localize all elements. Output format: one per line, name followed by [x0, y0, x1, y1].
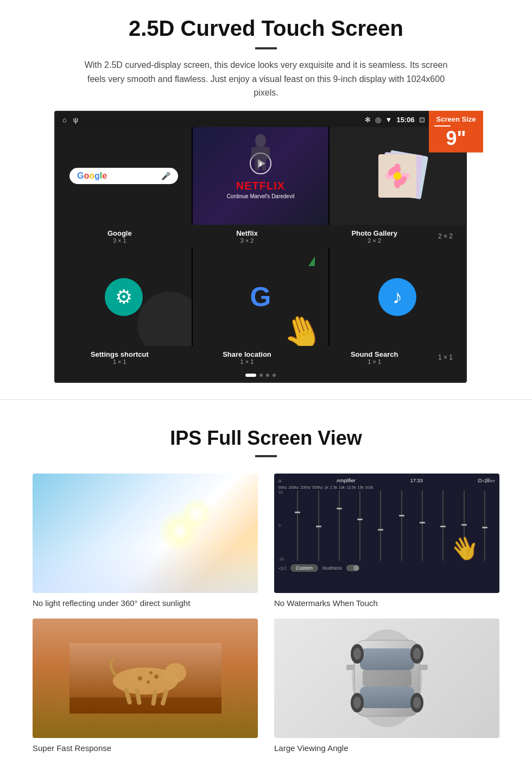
svg-point-17 — [164, 663, 186, 683]
freq-label-2k5: 2.5k — [330, 485, 337, 489]
sunlight-caption: No light reflecting under 360° direct su… — [33, 598, 258, 608]
feature-cheetah: Super Fast Response — [33, 619, 258, 753]
svg-rect-28 — [360, 648, 414, 670]
svg-point-0 — [255, 134, 266, 147]
eq-slider-1[interactable] — [297, 490, 298, 561]
eq-slider-4[interactable] — [359, 490, 360, 561]
music-note-icon: ♪ — [392, 286, 402, 308]
device-mockup: Screen Size 9" ⌂ ψ ✻ ◎ ▼ 15:06 ⊡ ◁) ☒ — [54, 111, 478, 383]
svg-point-23 — [147, 680, 150, 684]
gallery-app-size: 2 × 2 — [316, 237, 433, 244]
flower-icon — [384, 162, 411, 190]
amp-title: Amplifier — [337, 478, 356, 483]
car-top-svg — [344, 624, 430, 733]
freq-label-sub: SUB — [365, 485, 373, 489]
svg-point-39 — [353, 697, 361, 709]
freq-label-12k5: 12.5k — [346, 485, 356, 489]
custom-button[interactable]: Custom — [290, 564, 318, 572]
main-title: 2.5D Curved Touch Screen — [33, 16, 499, 41]
pagination-dots — [56, 369, 465, 381]
eq-val-10: 10 — [278, 490, 284, 494]
amp-home-icon: ⌂ — [278, 478, 281, 483]
eq-slider-5[interactable] — [380, 490, 381, 561]
settings-app-cell[interactable]: ⚙ — [56, 248, 192, 346]
description: With 2.5D curved-display screen, this de… — [76, 58, 456, 100]
eq-slider-8[interactable] — [442, 490, 444, 561]
amp-header: ⌂ Amplifier 17:33 ⊡◁☒▭ — [278, 478, 495, 483]
features-grid: No light reflecting under 360° direct su… — [33, 474, 499, 753]
screen-badge-size: 9" — [434, 129, 478, 148]
sunlight-image — [33, 474, 258, 593]
share-location-app-size: 1 × 1 — [189, 358, 306, 365]
freq-label-200: 200hz — [300, 485, 311, 489]
settings-label: Settings shortcut 1 × 1 — [56, 350, 183, 365]
settings-bg-circle — [137, 292, 192, 346]
device-screen: ⌂ ψ ✻ ◎ ▼ 15:06 ⊡ ◁) ☒ ▭ — [54, 111, 467, 383]
svg-rect-29 — [360, 686, 414, 708]
amplifier-caption: No Watermarks When Touch — [274, 598, 499, 608]
google-app-size: 3 × 1 — [61, 237, 178, 244]
eq-thumb-6 — [399, 515, 404, 516]
netflix-app-size: 3 × 2 — [189, 237, 306, 244]
feature-sunlight: No light reflecting under 360° direct su… — [33, 474, 258, 608]
eq-val-n10: -10 — [278, 557, 284, 561]
eq-side-labels: 10 0 -10 — [278, 490, 284, 561]
svg-rect-5 — [262, 161, 266, 171]
eq-slider-6[interactable] — [401, 490, 402, 561]
google-label: Google 3 × 1 — [56, 229, 183, 244]
daredevil-silhouette — [247, 133, 274, 171]
eq-sliders: 10 0 -10 — [278, 490, 495, 561]
eq-slider-2[interactable] — [318, 490, 319, 561]
netflix-label: Netflix 3 × 2 — [183, 229, 311, 244]
settings-icon-bg: ⚙ — [105, 278, 143, 316]
google-search-bar[interactable]: Google 🎤 — [69, 168, 178, 184]
loudness-toggle[interactable] — [346, 565, 359, 571]
eq-freq-labels: 60hz 100hz 200hz 500hz 1k 2.5k 10k 12.5k… — [278, 485, 373, 489]
app-grid-row2: ⚙ G 🤚 ♪ — [56, 248, 465, 346]
eq-thumb-3 — [337, 508, 342, 509]
eq-slider-7[interactable] — [422, 490, 423, 561]
status-bar: ⌂ ψ ✻ ◎ ▼ 15:06 ⊡ ◁) ☒ ▭ — [56, 112, 465, 127]
eq-thumb-2 — [316, 526, 321, 527]
home-icon[interactable]: ⌂ — [62, 116, 67, 124]
eq-slider-10[interactable] — [484, 490, 485, 561]
svg-rect-31 — [346, 665, 354, 670]
dot-1 — [245, 374, 256, 377]
status-time: 15:06 — [396, 116, 414, 124]
amp-back-icon: ◁◁ — [278, 565, 286, 571]
eq-val-0: 0 — [278, 523, 284, 527]
section-curved-screen: 2.5D Curved Touch Screen With 2.5D curve… — [0, 0, 532, 383]
car-caption: Large Viewing Angle — [274, 743, 499, 753]
eq-slider-3[interactable] — [339, 490, 340, 561]
mic-icon: 🎤 — [161, 172, 170, 180]
google-app-cell[interactable]: Google 🎤 — [56, 127, 192, 225]
light-source — [180, 497, 213, 530]
google-app-name: Google — [61, 229, 178, 237]
cheetah-visual — [33, 619, 258, 738]
section-ips-view: IPS Full Screen View No light reflecting… — [0, 416, 532, 757]
col-size-label: 2 × 2 — [438, 229, 465, 244]
usb-icon: ψ — [73, 116, 78, 124]
share-location-cell[interactable]: G 🤚 — [193, 248, 328, 346]
camera-icon: ⊡ — [419, 116, 425, 124]
freq-label-10k: 10k — [339, 485, 345, 489]
sound-search-cell[interactable]: ♪ — [330, 248, 465, 346]
netflix-overlay: NETFLIX Continue Marvel's Daredevil — [193, 127, 328, 225]
netflix-app-cell[interactable]: NETFLIX Continue Marvel's Daredevil — [193, 127, 328, 225]
svg-rect-30 — [363, 670, 411, 686]
gallery-label: Photo Gallery 2 × 2 — [311, 229, 438, 244]
feature-car: Large Viewing Angle — [274, 619, 499, 753]
dot-3 — [266, 374, 269, 377]
eq-thumb-7 — [420, 522, 425, 523]
freq-label-500: 500hz — [312, 485, 322, 489]
svg-point-13 — [394, 172, 401, 180]
car-image — [274, 619, 499, 738]
amp-icons: ⊡◁☒▭ — [478, 478, 495, 483]
section-2-title: IPS Full Screen View — [33, 427, 499, 450]
cheetah-caption: Super Fast Response — [33, 743, 258, 753]
freq-label-1k: 1k — [324, 485, 328, 489]
car-visual — [274, 619, 499, 738]
gallery-app-name: Photo Gallery — [316, 229, 433, 237]
netflix-app-name: Netflix — [189, 229, 306, 237]
amp-time: 17:33 — [410, 478, 423, 483]
